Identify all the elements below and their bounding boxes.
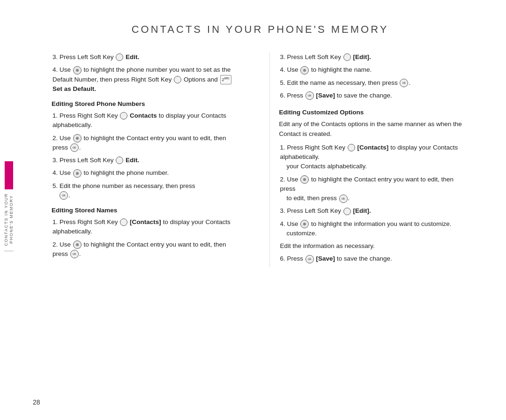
sidebar: CONTACTS IN YOUR PHONE'S MEMORY [0,141,18,272]
right-soft-key-icon [174,76,181,83]
r-step3-edit: [Edit]. [353,53,371,60]
s2-ok-icon: ok [70,250,79,258]
section2-heading: Editing Stored Names [52,207,241,214]
s2-step1-contacts: [Contacts] [130,218,161,225]
right-column: 3. Press Left Soft Key [Edit]. 4. Use to… [269,52,469,267]
s1-nav-icon [73,134,82,142]
s3-step-3: 3. Press Left Soft Key [Edit]. [279,206,469,216]
r-step6-save: [Save] [316,92,335,99]
s1-soft-key-icon [120,112,127,120]
s1-step-5: 5. Edit the phone number as necessary, t… [52,181,241,201]
s3-ok-icon: ok [339,195,348,203]
s1-step3-edit: Edit. [126,157,139,164]
s2-step-1: 1. Press Right Soft Key [Contacts] to di… [52,218,241,237]
sidebar-accent-bar [5,161,13,189]
s2-nav-icon [73,240,82,249]
r-ok2-icon: ok [305,91,314,100]
sidebar-label: CONTACTS IN YOUR PHONE'S MEMORY [4,193,14,246]
nav-key-icon [73,66,82,75]
content-area: 3. Press Left Soft Key Edit. 4. Use to h… [52,52,469,267]
s3-ok2-icon: ok [305,255,314,263]
s2-step-2: 2. Use to highlight the Contact entry yo… [52,240,241,259]
s1-left-soft-icon [116,157,123,164]
r-step-6: 6. Press ok [Save] to save the change. [279,91,469,100]
s3-step-1: 1. Press Right Soft Key [Contacts] to di… [279,143,469,172]
intro-step-4: 4. Use to highlight the phone number you… [52,65,241,94]
r-step-5: 5. Edit the name as necessary, then pres… [279,78,469,88]
left-column: 3. Press Left Soft Key Edit. 4. Use to h… [52,52,251,267]
r-step-3: 3. Press Left Soft Key [Edit]. [279,52,469,62]
s3-step-2: 2. Use to highlight the Contact entry yo… [279,175,469,203]
page-number: 28 [33,398,40,406]
section3-heading: Editing Customized Options [279,109,469,116]
2abc-key-icon: 2abc [220,75,231,84]
s3-save-bold: [Save] [316,255,335,262]
s3-edit-bold: [Edit]. [353,207,371,214]
intro-step-3: 3. Press Left Soft Key Edit. [52,52,241,62]
s3-left-soft-icon [343,208,351,215]
s1-ok2-icon: ok [60,191,68,200]
s1-step-4: 4. Use to highlight the phone number. [52,168,241,178]
s3-step-5: Edit the information as necessary. [279,241,469,251]
s2-soft-icon [120,218,127,226]
s3-contacts-bold: [Contacts] [357,144,389,151]
s1-step-3: 3. Press Left Soft Key Edit. [52,156,241,165]
set-as-default-label: Set as Default. [52,85,96,92]
left-soft-key-icon [116,53,123,61]
section1-heading: Editing Stored Phone Numbers [52,100,241,107]
s3-nav2-icon [300,220,309,228]
s3-step-6: 6. Press ok [Save] to save the change. [279,254,469,263]
s1-step-2: 2. Use to highlight the Contact entry yo… [52,134,241,153]
s3-nav-icon [300,175,309,184]
sidebar-divider [4,251,14,251]
r-soft-icon [343,53,351,61]
s1-step-1: 1. Press Right Soft Key Contacts to disp… [52,111,241,130]
s3-soft-icon [348,144,355,151]
s3-step-4: 4. Use to highlight the information you … [279,219,469,239]
s1-step1-contacts: Contacts [130,112,157,119]
s1-ok-icon: ok [70,143,79,152]
section3-intro: Edit any of the Contacts options in the … [279,120,469,139]
page: CONTACTS IN YOUR PHONE'S MEMORY CONTACTS… [0,0,506,420]
intro-step3-label: Edit. [126,53,139,60]
intro-steps: 3. Press Left Soft Key Edit. 4. Use to h… [52,52,241,94]
r-step-4: 4. Use to highlight the name. [279,65,469,75]
r-nav-icon [300,66,309,75]
page-title: CONTACTS IN YOUR PHONE'S MEMORY [52,23,469,36]
s1-nav2-icon [73,169,82,178]
r-ok-icon: ok [400,79,408,87]
